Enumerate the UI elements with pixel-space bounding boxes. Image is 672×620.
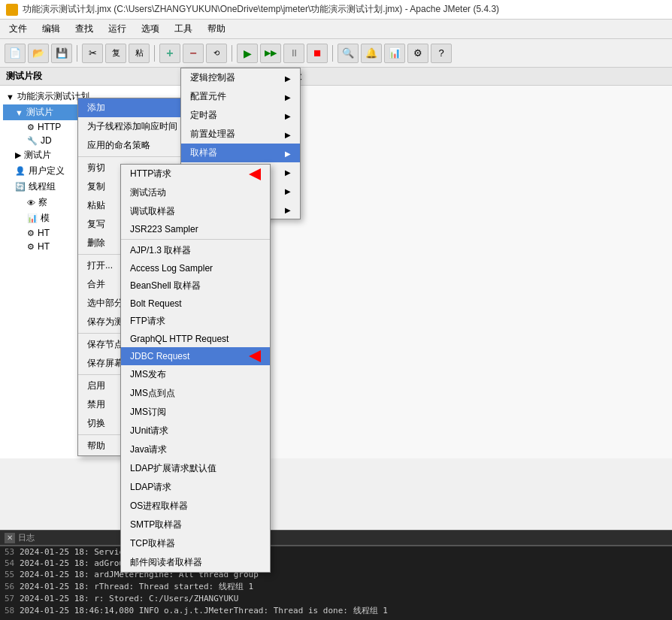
tree-label-threadgroup: 线程组 xyxy=(29,180,56,193)
toolbar-cut[interactable]: ✂ xyxy=(82,44,103,63)
tree-label-ht2: HT xyxy=(38,241,50,252)
sub2-jsr223[interactable]: JSR223 Sampler xyxy=(121,221,270,237)
app-icon xyxy=(6,4,18,16)
tree-icon-root: ▼ xyxy=(6,92,14,101)
toolbar-sep2 xyxy=(154,45,155,62)
sub1-pre-proc[interactable]: 前置处理器 xyxy=(181,125,300,144)
tree-icon-jd: 🔧 xyxy=(27,136,38,146)
tree-icon-userdef: 👤 xyxy=(15,166,26,176)
sub1-timer-arrow xyxy=(285,110,291,121)
submenu-sampler: HTTP请求 测试活动 调试取样器 JSR223 Sampler AJP/1.3… xyxy=(120,164,271,573)
toolbar-paste[interactable]: 粘 xyxy=(129,44,150,63)
log-line-3: 55 2024-01-25 18: ardJMeterEngine: All t… xyxy=(0,569,672,580)
sub2-mail-reader[interactable]: 邮件阅读者取样器 xyxy=(121,553,270,572)
sub2-http[interactable]: HTTP请求 xyxy=(121,165,270,183)
sub2-jms-p2p[interactable]: JMS点到点 xyxy=(121,384,270,403)
menu-options[interactable]: 选项 xyxy=(135,21,165,37)
sub2-bolt[interactable]: Bolt Request xyxy=(121,295,270,312)
http-red-arrow xyxy=(249,168,261,180)
sub1-timer[interactable]: 定时器 xyxy=(181,106,300,125)
sub1-pre-proc-arrow xyxy=(285,129,291,140)
toolbar-help[interactable]: ? xyxy=(431,44,452,63)
toolbar-start-nopauses[interactable]: ▶▶ xyxy=(260,44,281,63)
sub1-sampler-arrow xyxy=(285,148,291,159)
title-text: 功能演示测试计划.jmx (C:\Users\ZHANGYUKUN\OneDri… xyxy=(23,3,499,16)
log-line-2: 54 2024-01-25 18: adGroup: Started threa… xyxy=(0,558,672,569)
sub2-java[interactable]: Java请求 xyxy=(121,440,270,459)
tree-label-model: 模 xyxy=(41,212,50,225)
menu-bar: 文件 编辑 查找 运行 选项 工具 帮助 xyxy=(0,20,672,39)
sub2-tcp[interactable]: TCP取样器 xyxy=(121,534,270,553)
tree-icon-http1: ⚙ xyxy=(27,122,35,132)
sub2-ldap[interactable]: LDAP请求 xyxy=(121,478,270,497)
menu-tools[interactable]: 工具 xyxy=(168,21,198,37)
sub2-smtp[interactable]: SMTP取样器 xyxy=(121,516,270,534)
toolbar-remove[interactable]: − xyxy=(183,44,204,63)
sub1-listener-arrow xyxy=(285,204,291,215)
toolbar-copy[interactable]: 复 xyxy=(105,44,126,63)
sub2-ftp[interactable]: FTP请求 xyxy=(121,312,270,331)
tree-label-ht1: HT xyxy=(38,228,50,238)
sub2-ldap-ext[interactable]: LDAP扩展请求默认值 xyxy=(121,459,270,478)
sub1-config-arrow xyxy=(285,92,291,102)
log-clear-btn[interactable]: ✕ xyxy=(5,533,15,543)
toolbar-pause[interactable]: ⏸ xyxy=(283,44,304,63)
menu-help[interactable]: 帮助 xyxy=(201,21,232,37)
sub2-os-process[interactable]: OS进程取样器 xyxy=(121,497,270,516)
menu-file[interactable]: 文件 xyxy=(3,21,33,37)
menu-run[interactable]: 运行 xyxy=(102,21,132,37)
sub2-jms-sub[interactable]: JMS订阅 xyxy=(121,403,270,422)
right-panel-header: 测试片段 xyxy=(259,68,672,86)
tree-label-http1: HTTP xyxy=(38,122,61,132)
sub2-debug[interactable]: 调试取样器 xyxy=(121,202,270,221)
toolbar-sep4 xyxy=(332,45,333,62)
log-line-1: 53 2024-01-25 18: Service: Loading file:… xyxy=(0,546,672,558)
sub1-config[interactable]: 配置元件 xyxy=(181,87,300,106)
toolbar-start[interactable]: ▶ xyxy=(237,44,258,63)
log-panel: ✕ 日志 53 2024-01-25 18: Service: Loading … xyxy=(0,530,672,620)
tree-label-testfrag2: 测试片 xyxy=(24,149,51,162)
tree-label-jd: JD xyxy=(41,135,52,146)
toolbar: 📄 📂 💾 ✂ 复 粘 + − ⟲ ▶ ▶▶ ⏸ ⏹ 🔍 🔔 📊 ⚙ ? xyxy=(0,39,672,68)
sub2-jms-pub[interactable]: JMS发布 xyxy=(121,365,270,384)
toolbar-settings[interactable]: ⚙ xyxy=(407,44,428,63)
tree-icon-model: 📊 xyxy=(27,213,38,223)
toolbar-expand[interactable]: ⟲ xyxy=(206,44,227,63)
sub2-test-activity[interactable]: 测试活动 xyxy=(121,183,270,202)
log-title: 日志 xyxy=(18,532,35,543)
toolbar-search[interactable]: 🔍 xyxy=(338,44,359,63)
sub2-graphql[interactable]: GraphQL HTTP Request xyxy=(121,331,270,347)
sub1-logic[interactable]: 逻辑控制器 xyxy=(181,68,300,87)
tree-label-userdef: 用户定义 xyxy=(29,165,65,177)
tree-icon-testfrag2: ▶ xyxy=(15,150,21,160)
sub2-beanshell[interactable]: BeanShell 取样器 xyxy=(121,277,270,295)
tree-icon-ht1: ⚙ xyxy=(27,228,35,238)
toolbar-open[interactable]: 📂 xyxy=(28,44,49,63)
title-bar: 功能演示测试计划.jmx (C:\Users\ZHANGYUKUN\OneDri… xyxy=(0,0,672,20)
log-line-4: 56 2024-01-25 18: rThread: Thread starte… xyxy=(0,580,672,593)
tree-label-view: 察 xyxy=(38,196,47,209)
toolbar-alerts[interactable]: 🔔 xyxy=(361,44,382,63)
toolbar-sep3 xyxy=(232,45,232,62)
toolbar-save[interactable]: 💾 xyxy=(51,44,72,63)
menu-edit[interactable]: 编辑 xyxy=(36,21,66,37)
tree-icon-view: 👁 xyxy=(27,198,35,207)
sub2-junit[interactable]: JUnit请求 xyxy=(121,422,270,440)
tree-icon-threadgroup: 🔄 xyxy=(15,182,26,192)
toolbar-new[interactable]: 📄 xyxy=(5,44,26,63)
sub2-access-log[interactable]: Access Log Sampler xyxy=(121,260,270,277)
tree-label-testfrag: 测试片 xyxy=(26,106,53,119)
sub1-sampler[interactable]: 取样器 xyxy=(181,144,300,162)
sub2-jdbc[interactable]: JDBC Request xyxy=(121,347,270,365)
right-panel: 测试片段 xyxy=(259,68,672,458)
sub1-post-proc-arrow xyxy=(285,167,291,177)
toolbar-report[interactable]: 📊 xyxy=(384,44,405,63)
sub2-ajp[interactable]: AJP/1.3 取样器 xyxy=(121,241,270,260)
toolbar-stop[interactable]: ⏹ xyxy=(307,44,328,63)
log-header: ✕ 日志 xyxy=(0,531,672,546)
jdbc-red-arrow xyxy=(249,350,261,362)
tree-icon-testfrag: ▼ xyxy=(15,108,23,117)
toolbar-add[interactable]: + xyxy=(159,44,180,63)
menu-find[interactable]: 查找 xyxy=(69,21,99,37)
sub1-assertion-arrow xyxy=(285,186,291,196)
